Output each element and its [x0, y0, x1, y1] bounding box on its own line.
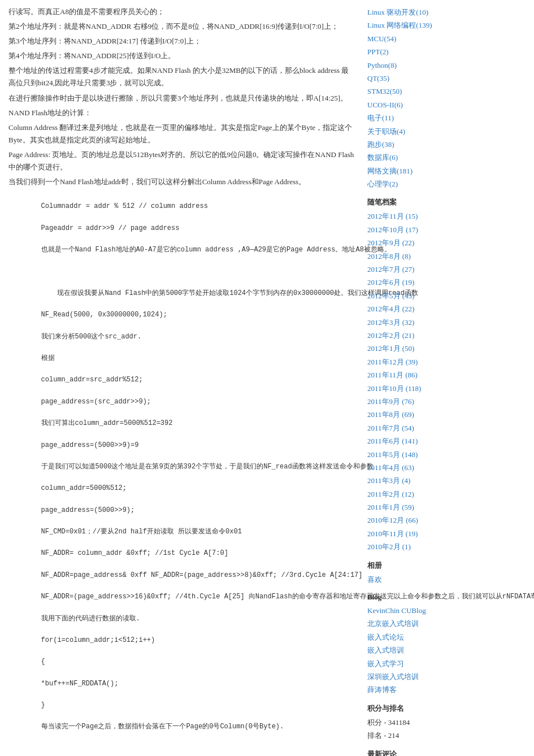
code-line-15: NF_CMD=0x01；//要从2nd half开始读取 所以要发送命令0x01: [41, 528, 242, 536]
para-3: 第4个地址序列：将NAND_ADDR[25]传送到I/O上。: [8, 50, 356, 62]
sidebar-archive-link[interactable]: 2012年4月 (22): [367, 302, 469, 315]
albums-title: 相册: [367, 561, 469, 571]
code-line-22: *buf++=NF_RDDATA();: [41, 680, 119, 688]
sidebar-blog-link[interactable]: 北京嵌入式培训: [367, 617, 469, 630]
sidebar-archive-link[interactable]: 2011年2月 (12): [367, 488, 469, 501]
sidebar-archive-link[interactable]: 2012年7月 (27): [367, 263, 469, 276]
para-5: 在进行擦除操作时由于是以块进行擦除，所以只需要3个地址序列，也就是只传递块的地址…: [8, 92, 356, 105]
code-line-11: page_address=(5000>>9)=9: [41, 441, 139, 449]
blog-title: Blog: [367, 593, 469, 602]
sidebar-blog: Blog KevinChin CUBlog北京嵌入式培训嵌入式论坛嵌入式培训嵌入…: [367, 593, 469, 697]
sidebar-archive-link[interactable]: 2011年9月 (76): [367, 395, 469, 408]
sidebar-cat-link[interactable]: Linux 驱动开发(10): [367, 6, 469, 19]
sidebar-categories: Linux 驱动开发(10)Linux 网络编程(139)MCU(54)PPT(…: [367, 6, 469, 190]
sidebar-cat-link[interactable]: Linux 网络编程(139): [367, 19, 469, 32]
sidebar-archive-link[interactable]: 2010年11月 (19): [367, 527, 469, 540]
sidebar-blog-link[interactable]: 嵌入式培训: [367, 644, 469, 657]
code-line-6: 我们来分析5000这个src_addr.: [41, 333, 142, 341]
sidebar-cat-link[interactable]: MCU(54): [367, 32, 469, 45]
sidebar-archive-link[interactable]: 2010年12月 (66): [367, 514, 469, 527]
sidebar-cat-link[interactable]: 关于职场(4): [367, 125, 469, 138]
sidebar-blog-link[interactable]: 薛涛博客: [367, 683, 469, 696]
sidebar-archive-link[interactable]: 2011年5月 (148): [367, 448, 469, 461]
code-line-24: 每当读完一个Page之后，数据指针会落在下一个Page的0号Column(0号B…: [41, 723, 284, 731]
code-line-17: NF_ADDR=page_address& 0xff NF_ADDR=(page…: [41, 571, 363, 579]
code-line-9: page_address=(src_addr>>9);: [41, 398, 151, 406]
sidebar-cat-link[interactable]: 数据库(6): [367, 151, 469, 164]
code-line-19: 我用下面的代码进行数据的读取.: [41, 615, 140, 623]
code-line-0: Columnaddr = addr % 512 // column addres…: [41, 202, 208, 210]
rank-value: 排名 - 214: [367, 729, 469, 742]
sidebar-cat-link[interactable]: Python(8): [367, 59, 469, 72]
sidebar-archive-link[interactable]: 2011年4月 (63): [367, 461, 469, 474]
sidebar-blog-link[interactable]: 深圳嵌入式培训: [367, 670, 469, 683]
sidebar-archive-link[interactable]: 2011年7月 (54): [367, 422, 469, 435]
para-4: 整个地址的传送过程需要4步才能完成。如果NAND Flash 的大小是32MB的…: [8, 64, 356, 89]
sidebar-archive-link[interactable]: 2012年10月 (17): [367, 223, 469, 236]
sidebar-archive-link[interactable]: 2012年11月 (15): [367, 210, 469, 223]
sidebar-archive-link[interactable]: 2011年1月 (59): [367, 501, 469, 514]
code-line-10: 我们可算出column_addr=5000%512=392: [41, 419, 173, 427]
sidebar-archive-link[interactable]: 2011年3月 (4): [367, 474, 469, 487]
code-line-7: 根据: [41, 354, 55, 362]
archives-title: 随笔档案: [367, 197, 469, 207]
sidebar-cat-link[interactable]: 心理学(2): [367, 177, 469, 190]
code-line-2: 也就是一个Nand Flash地址的A0-A7是它的column address…: [41, 246, 391, 254]
sidebar-cat-link[interactable]: STM32(50): [367, 85, 469, 98]
sidebar-archives: 随笔档案 2012年11月 (15)2012年10月 (17)2012年9月 (…: [367, 197, 469, 553]
sidebar-blog-link[interactable]: KevinChin CUBlog: [367, 604, 469, 617]
para-2: 第3个地址序列：将NAND_ADDR[24:17] 传递到I/O[7:0]上；: [8, 35, 356, 47]
code-line-8: column_addr=src_addr%512;: [41, 376, 143, 384]
code-line-1: Pageaddr = addr>>9 // page address: [41, 224, 180, 232]
code-line-20: for(i=column_addr;i<512;i++): [41, 636, 155, 644]
album-link[interactable]: 喜欢: [367, 573, 469, 586]
sidebar-blog-link[interactable]: 嵌入式论坛: [367, 631, 469, 644]
sidebar-cat-link[interactable]: 电子(11): [367, 111, 469, 124]
sidebar-cat-link[interactable]: PPT(2): [367, 45, 469, 58]
sidebar-archive-link[interactable]: 2012年9月 (22): [367, 236, 469, 249]
sidebar: Linux 驱动开发(10)Linux 网络编程(139)MCU(54)PPT(…: [362, 6, 475, 756]
score-value: 积分 - 341184: [367, 716, 469, 729]
sidebar-archive-link[interactable]: 2012年5月 (43): [367, 289, 469, 302]
para-6: NAND Flash地址的计算：: [8, 107, 356, 119]
sidebar-archive-link[interactable]: 2012年1月 (50): [367, 342, 469, 355]
sidebar-blog-links: KevinChin CUBlog北京嵌入式培训嵌入式论坛嵌入式培训嵌入式学习深圳…: [367, 604, 469, 697]
sidebar-archive-link[interactable]: 2012年3月 (32): [367, 316, 469, 329]
code-line-23: }: [41, 701, 45, 709]
sidebar-cat-link[interactable]: QT(35): [367, 72, 469, 85]
sidebar-category-links: Linux 驱动开发(10)Linux 网络编程(139)MCU(54)PPT(…: [367, 6, 469, 190]
article-body: 行读写。而真正A8的值是不需要程序员关心的； 第2个地址序列：就是将NAND_A…: [0, 6, 362, 756]
para-0: 行读写。而真正A8的值是不需要程序员关心的；: [8, 6, 356, 18]
sidebar-archive-link[interactable]: 2012年2月 (21): [367, 329, 469, 342]
para-7: Column Address 翻译过来是列地址，也就是在一页里的偏移地址。其实是…: [8, 121, 356, 146]
sidebar-archive-link[interactable]: 2012年6月 (19): [367, 276, 469, 289]
code-line-14: page_address=(5000>>9);: [41, 506, 135, 514]
code-line-21: {: [41, 658, 45, 666]
sidebar-archive-links: 2012年11月 (15)2012年10月 (17)2012年9月 (22)20…: [367, 210, 469, 553]
sidebar-cat-link[interactable]: 网络文摘(181): [367, 164, 469, 177]
score-title: 积分与排名: [367, 703, 469, 714]
sidebar-recent-comment: 最新评论 1. Re:C标准库的setlocale()用法笔记 这几天遇到一个问…: [367, 749, 469, 756]
sidebar-archive-link[interactable]: 2011年11月 (86): [367, 368, 469, 381]
sidebar-archive-link[interactable]: 2011年10月 (118): [367, 382, 469, 395]
sidebar-cat-link[interactable]: 跑步(38): [367, 138, 469, 151]
para-9: 当我们得到一个Nand Flash地址addr时，我们可以这样分解出Column…: [8, 176, 356, 188]
sidebar-archive-link[interactable]: 2011年6月 (141): [367, 435, 469, 447]
sidebar-archive-link[interactable]: 2011年8月 (69): [367, 408, 469, 421]
code-section: Columnaddr = addr % 512 // column addres…: [8, 190, 356, 756]
para-1: 第2个地址序列：就是将NAND_ADDR 右移9位，而不是8位，将NAND_AD…: [8, 20, 356, 33]
sidebar-archive-link[interactable]: 2012年8月 (8): [367, 250, 469, 263]
sidebar-archive-link[interactable]: 2010年2月 (1): [367, 540, 469, 553]
sidebar-albums: 相册 喜欢: [367, 561, 469, 586]
code-line-16: NF_ADDR= column_addr &0xff; //1st Cycle …: [41, 549, 228, 557]
para-8: Page Address: 页地址。页的地址总是以512Bytes对齐的。所以它…: [8, 149, 356, 173]
sidebar-archive-link[interactable]: 2011年12月 (39): [367, 355, 469, 368]
sidebar-cat-link[interactable]: UCOS-II(6): [367, 98, 469, 111]
recent-comment-title: 最新评论: [367, 749, 469, 756]
code-line-13: column_addr=5000%512;: [41, 484, 127, 492]
sidebar-score: 积分与排名 积分 - 341184 排名 - 214: [367, 703, 469, 742]
sidebar-blog-link[interactable]: 嵌入式学习: [367, 657, 469, 670]
code-line-12: 于是我们可以知道5000这个地址是在第9页的第392个字节处，于是我们的NF_r…: [41, 463, 374, 471]
code-line-5: NF_Read(5000, 0x30000000,1024);: [41, 311, 167, 319]
